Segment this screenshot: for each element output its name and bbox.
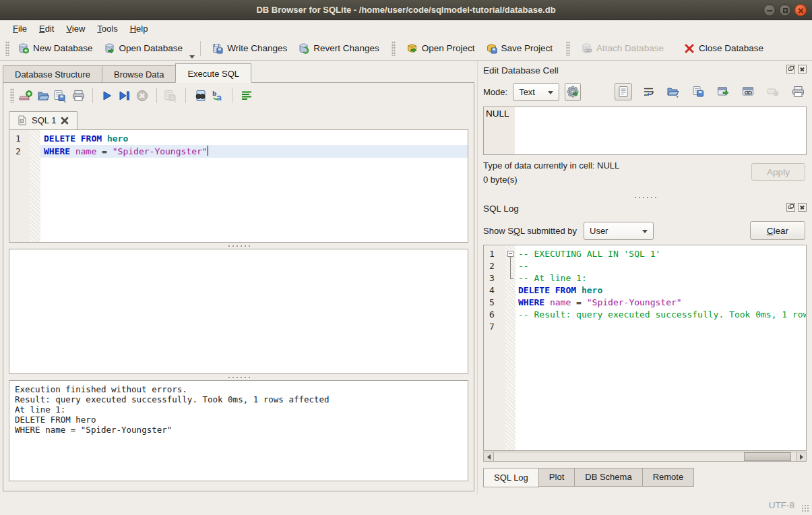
toolbar-drag-handle[interactable]: [5, 41, 9, 56]
open-database-button[interactable]: Open Database: [98, 39, 189, 57]
open-database-dropdown-icon[interactable]: [189, 55, 195, 59]
scrollbar-thumb[interactable]: [744, 452, 791, 461]
print-sql-button[interactable]: [69, 87, 87, 104]
tab-execute-sql[interactable]: Execute SQL: [175, 63, 251, 83]
text-mode-button[interactable]: [615, 83, 632, 100]
open-project-icon: [406, 42, 418, 54]
dock-splitter[interactable]: [483, 194, 807, 200]
import-cell-data-button[interactable]: [664, 83, 682, 100]
close-dock-icon[interactable]: [798, 65, 807, 73]
revert-changes-button[interactable]: Revert Changes: [292, 39, 385, 57]
log-horizontal-scrollbar[interactable]: [483, 452, 807, 462]
close-tab-icon[interactable]: [61, 117, 69, 125]
menu-view[interactable]: View: [60, 22, 91, 36]
open-sql-file-button[interactable]: [34, 87, 52, 104]
save-results-icon: [164, 90, 179, 102]
auto-update-button[interactable]: [565, 83, 581, 101]
tab-database-structure[interactable]: Database Structure: [3, 65, 102, 83]
sql-toolbar-drag-handle[interactable]: [10, 88, 14, 103]
replace-button[interactable]: ba: [209, 87, 226, 104]
scroll-right-icon[interactable]: [796, 452, 806, 461]
log-line: -- EXECUTING ALL IN 'SQL 1': [516, 248, 806, 260]
open-database-label: Open Database: [119, 43, 183, 53]
close-database-button[interactable]: Close Database: [679, 40, 769, 57]
minimize-button[interactable]: [763, 4, 776, 16]
write-changes-label: Write Changes: [227, 43, 287, 53]
print-cell-button[interactable]: [789, 83, 807, 100]
stop-button[interactable]: [133, 87, 151, 104]
attach-database-button[interactable]: Attach Database: [575, 39, 669, 57]
sql-table-name: hero: [107, 133, 128, 144]
dock-tab-bar: SQL Log Plot DB Schema Remote: [483, 468, 807, 487]
write-changes-button[interactable]: Write Changes: [206, 39, 292, 57]
close-dock-icon[interactable]: [798, 203, 807, 212]
sql-toolbar-separator: [156, 88, 157, 103]
set-null-button[interactable]: [764, 83, 782, 100]
maximize-button[interactable]: [779, 4, 791, 16]
execute-line-button[interactable]: [116, 87, 133, 104]
mode-select[interactable]: Text: [513, 83, 559, 101]
find-button[interactable]: [191, 87, 209, 104]
dock-tab-remote[interactable]: Remote: [642, 468, 695, 487]
results-grid-pane[interactable]: [9, 249, 468, 374]
scroll-left-icon[interactable]: [484, 452, 494, 461]
new-database-button[interactable]: New Database: [12, 39, 98, 57]
save-project-button[interactable]: Save Project: [480, 39, 559, 57]
sql-log-viewer[interactable]: 1 2 3 4 5 6 7 -- EXECUTING ALL IN 'SQL 1…: [483, 245, 807, 451]
menu-help[interactable]: Help: [124, 22, 154, 36]
link-button[interactable]: [739, 83, 757, 100]
cell-value-gutter: NULL: [484, 107, 515, 154]
word-wrap-cell-button[interactable]: [639, 83, 657, 100]
execute-all-button[interactable]: [98, 87, 116, 104]
encoding-indicator: UTF-8: [769, 500, 794, 510]
float-dock-icon[interactable]: [786, 203, 795, 212]
dock-tab-sql-log[interactable]: SQL Log: [483, 468, 539, 487]
log-fold-margin: [505, 245, 516, 450]
sql-code-editor[interactable]: 1 2 DELETE FROM hero WHERE name = "Spide…: [9, 129, 468, 243]
open-project-button[interactable]: Open Project: [401, 39, 480, 57]
cell-value-text-area[interactable]: [515, 107, 806, 154]
sql-keyword: WHERE: [518, 297, 550, 307]
dock-tab-db-schema[interactable]: DB Schema: [574, 468, 642, 487]
close-window-button[interactable]: [794, 4, 807, 16]
fold-collapse-icon[interactable]: [507, 251, 513, 257]
execution-message-line: WHERE name = "Spider-Youngster": [15, 425, 462, 435]
editor-results-splitter[interactable]: [3, 243, 474, 249]
new-sql-tab-button[interactable]: [17, 87, 34, 104]
menu-tools[interactable]: Tools: [91, 22, 123, 36]
execution-message-pane[interactable]: Execution finished without errors. Resul…: [9, 380, 468, 481]
mode-selected-value: Text: [519, 87, 535, 97]
save-results-button[interactable]: [162, 87, 180, 104]
filter-label: Show SQL submitted by: [483, 226, 577, 236]
open-in-external-button[interactable]: [714, 83, 732, 100]
menu-edit[interactable]: Edit: [33, 22, 60, 36]
toolbar-drag-handle[interactable]: [392, 41, 396, 56]
clear-log-button[interactable]: Clear: [750, 221, 805, 240]
open-external-icon: [717, 86, 730, 97]
stop-icon: [136, 90, 148, 102]
word-wrap-button[interactable]: [238, 87, 255, 104]
left-panel: Database Structure Browse Data Execute S…: [0, 61, 477, 494]
sql-log-dock-title: SQL Log: [483, 200, 807, 216]
toolbar-drag-handle[interactable]: [566, 41, 570, 56]
float-dock-icon[interactable]: [786, 65, 795, 73]
apply-button[interactable]: Apply: [751, 163, 805, 181]
status-bar: UTF-8: [0, 494, 812, 515]
export-cell-data-button[interactable]: [689, 83, 707, 100]
save-sql-file-button[interactable]: [52, 87, 69, 104]
sql-toolbar-separator: [232, 88, 232, 103]
titlebar[interactable]: DB Browser for SQLite - /home/user/code/…: [0, 0, 812, 20]
cell-value-editor[interactable]: NULL: [483, 107, 807, 155]
submitted-by-select[interactable]: User: [584, 222, 654, 240]
editor-code-area[interactable]: DELETE FROM hero WHERE name = "Spider-Yo…: [40, 130, 468, 242]
line-number: 1: [15, 132, 30, 145]
close-database-icon: [684, 43, 695, 54]
log-line: -- Result: query executed successfully. …: [516, 309, 806, 321]
resize-grip[interactable]: [801, 504, 809, 512]
sql-editor-tab[interactable]: SQL 1: [9, 111, 77, 129]
tab-browse-data[interactable]: Browse Data: [102, 65, 176, 83]
results-log-splitter[interactable]: [3, 374, 474, 380]
dock-tab-plot[interactable]: Plot: [538, 468, 575, 487]
line-number: 5: [489, 297, 505, 309]
menu-file[interactable]: File: [7, 22, 33, 36]
